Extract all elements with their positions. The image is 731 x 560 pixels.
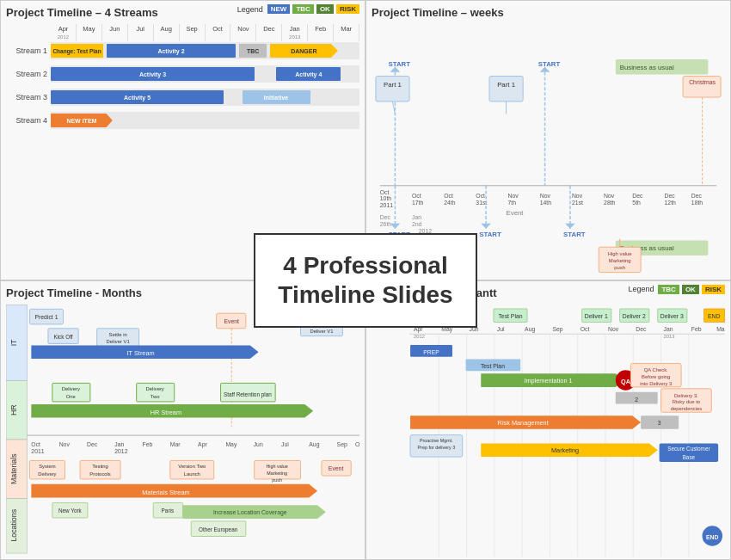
month-jul: Jul xyxy=(128,24,154,41)
svg-text:One: One xyxy=(66,394,76,399)
svg-text:Testing: Testing xyxy=(92,464,108,469)
bar-initiative: Initiative xyxy=(243,90,310,104)
month-jun: Jun xyxy=(102,24,128,41)
svg-text:HR: HR xyxy=(9,404,18,415)
svg-text:Protocols: Protocols xyxy=(89,471,110,477)
svg-text:Jan: Jan xyxy=(664,326,673,332)
svg-text:Deliver V1: Deliver V1 xyxy=(310,328,333,333)
svg-text:Marketing: Marketing xyxy=(551,446,579,454)
stream-row-3: Stream 3 Activity 5 Initiative xyxy=(6,88,359,107)
svg-text:Sep: Sep xyxy=(337,440,347,447)
stream-3-label: Stream 3 xyxy=(6,93,51,102)
svg-text:Kick Off: Kick Off xyxy=(53,333,72,339)
svg-text:Test Plan: Test Plan xyxy=(498,312,522,318)
month-mar: Mar xyxy=(334,24,359,41)
svg-text:14th: 14th xyxy=(540,200,552,206)
svg-text:Implementation 1: Implementation 1 xyxy=(524,376,572,384)
gantt-svg: Milestones START Test Plan Deliver 1 Del… xyxy=(372,305,725,557)
stream-2-track: Activity 3 Activity 4 xyxy=(51,65,359,83)
bar-change-test-plan: Change: Test Plan xyxy=(51,44,103,58)
svg-text:Delivery: Delivery xyxy=(146,386,164,391)
svg-text:Settle in: Settle in xyxy=(109,331,127,336)
svg-text:Nov: Nov xyxy=(608,326,619,332)
svg-text:Oct: Oct xyxy=(476,193,485,199)
svg-text:Deliver 3: Deliver 3 xyxy=(660,312,684,318)
svg-text:END: END xyxy=(706,533,718,539)
svg-text:Increase Location Coverage: Increase Location Coverage xyxy=(213,509,287,516)
svg-text:Materials Stream: Materials Stream xyxy=(142,488,189,495)
svg-text:Oct: Oct xyxy=(412,193,421,199)
bar-danger: DANGER xyxy=(270,44,338,58)
svg-text:START: START xyxy=(389,60,411,68)
svg-text:Dec: Dec xyxy=(380,214,391,220)
svg-text:12th: 12th xyxy=(665,200,677,206)
svg-text:Other European: Other European xyxy=(199,526,238,532)
badge-tbc: TBC xyxy=(292,4,313,14)
q1-title: Project Timeline – 4 Streams xyxy=(6,6,158,19)
legend-q1: Legend NEW TBC OK RISK xyxy=(237,4,359,14)
month-may: May xyxy=(77,24,102,41)
svg-text:Nov: Nov xyxy=(540,193,551,199)
badge-ok: OK xyxy=(316,4,334,14)
svg-text:21st: 21st xyxy=(572,200,583,206)
svg-text:END: END xyxy=(708,312,720,318)
stream-4-label: Stream 4 xyxy=(6,116,51,125)
svg-text:Nov: Nov xyxy=(508,193,519,199)
svg-text:IT Stream: IT Stream xyxy=(127,349,155,357)
svg-text:Dec: Dec xyxy=(87,440,98,446)
svg-text:Dec: Dec xyxy=(632,193,643,199)
svg-text:Prep for delivery 3: Prep for delivery 3 xyxy=(418,445,456,450)
svg-text:IT: IT xyxy=(9,338,18,345)
badge-new: NEW xyxy=(267,4,291,14)
month-aug: Aug xyxy=(154,24,180,41)
svg-text:Delivery: Delivery xyxy=(38,471,56,477)
svg-text:Marketing: Marketing xyxy=(609,258,631,263)
svg-text:2011: 2011 xyxy=(31,447,44,453)
month-oct: Oct xyxy=(206,24,231,41)
svg-text:Dec: Dec xyxy=(691,193,703,199)
svg-text:Nov: Nov xyxy=(59,440,71,446)
svg-text:Risk Management: Risk Management xyxy=(498,418,549,426)
svg-text:Marketing: Marketing xyxy=(267,471,287,476)
bar-new-item: NEW ITEM xyxy=(51,114,113,127)
svg-text:2012: 2012 xyxy=(114,447,127,453)
svg-text:2: 2 xyxy=(635,396,638,402)
svg-text:Sep: Sep xyxy=(552,326,562,333)
svg-text:Aug: Aug xyxy=(309,440,319,447)
svg-text:Dec: Dec xyxy=(636,326,647,332)
svg-text:May: May xyxy=(225,440,237,447)
svg-text:Event: Event xyxy=(507,209,525,217)
month-nov: Nov xyxy=(230,24,256,41)
svg-text:Deliver V1: Deliver V1 xyxy=(107,339,130,344)
svg-text:Two: Two xyxy=(150,394,160,399)
svg-text:Dec: Dec xyxy=(665,193,676,199)
month-dec: Dec xyxy=(256,24,282,41)
stream-3-track: Activity 5 Initiative xyxy=(51,89,359,106)
svg-text:Part 1: Part 1 xyxy=(384,81,402,89)
month-jan: Jan2013 xyxy=(282,24,308,41)
svg-text:Materials: Materials xyxy=(9,452,18,483)
legend-q1-label: Legend xyxy=(237,5,263,14)
svg-text:System: System xyxy=(39,464,56,469)
center-overlay: 4 Professional Timeline Slides xyxy=(254,233,477,328)
svg-text:Test Plan: Test Plan xyxy=(481,363,505,369)
svg-text:High value: High value xyxy=(266,464,287,469)
svg-text:Staff Retention plan: Staff Retention plan xyxy=(224,391,272,398)
svg-text:Launch: Launch xyxy=(184,471,200,477)
svg-text:3: 3 xyxy=(658,419,661,425)
bar-activity-5: Activity 5 xyxy=(51,90,224,104)
svg-text:Jul: Jul xyxy=(497,326,505,332)
svg-text:24th: 24th xyxy=(444,200,456,206)
center-overlay-text: 4 Professional Timeline Slides xyxy=(278,251,452,309)
svg-text:17th: 17th xyxy=(412,200,424,206)
svg-text:START: START xyxy=(538,60,561,68)
svg-text:dependencies: dependencies xyxy=(671,406,703,411)
svg-text:START: START xyxy=(479,231,501,238)
stream-row-1: Stream 1 Change: Test Plan Activity 2 TB… xyxy=(6,41,359,60)
overlay-line1: 4 Professional xyxy=(283,252,447,279)
svg-text:HR Stream: HR Stream xyxy=(150,408,181,415)
svg-text:Predict 1: Predict 1 xyxy=(34,314,58,320)
svg-text:Apr: Apr xyxy=(198,440,207,447)
svg-text:7th: 7th xyxy=(508,200,517,206)
badge-risk2: RISK xyxy=(702,285,725,294)
